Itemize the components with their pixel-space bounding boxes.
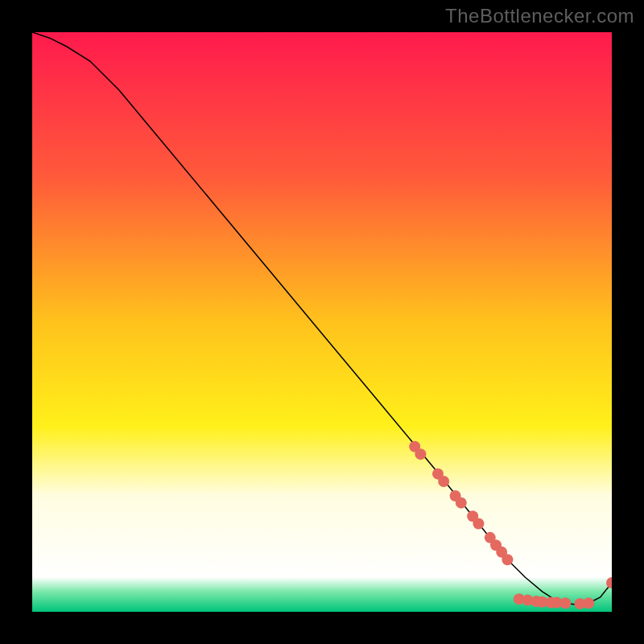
data-marker (583, 597, 594, 609)
data-marker (438, 476, 449, 487)
data-marker (456, 497, 467, 509)
data-marker (559, 597, 571, 609)
gradient-background (32, 32, 612, 612)
watermark-text: TheBottlenecker.com (445, 5, 634, 27)
data-marker (502, 554, 513, 565)
data-marker (473, 518, 484, 530)
chart-svg (32, 32, 612, 612)
chart-stage: TheBottlenecker.com (0, 0, 644, 644)
data-marker (415, 448, 426, 460)
plot-area (32, 32, 612, 612)
